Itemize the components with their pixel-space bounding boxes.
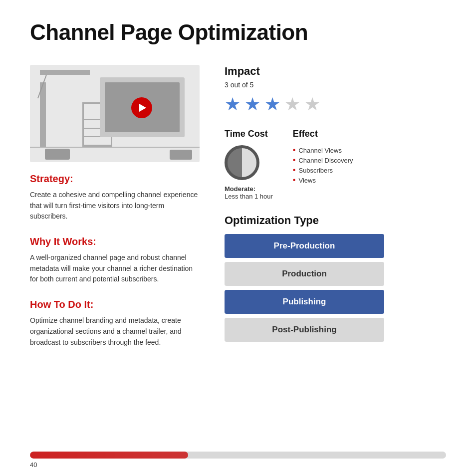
time-cost-icon	[225, 145, 259, 180]
effect-section: Effect Channel Views Channel Discovery S…	[293, 129, 353, 200]
time-cost-label: Moderate: Less than 1 hour	[225, 185, 273, 200]
page-title: Channel Page Optimization	[30, 20, 446, 45]
left-column: Strategy: Create a cohesive and compelli…	[30, 65, 200, 362]
how-text: Optimize channel branding and metadata, …	[30, 315, 200, 348]
star-2: ★	[244, 94, 260, 115]
ground-line	[30, 147, 200, 148]
progress-bar-container	[30, 452, 446, 459]
crane-body	[40, 82, 46, 147]
star-4: ★	[284, 94, 300, 115]
metrics-row: Time Cost Moderate: Less than 1 hour Eff…	[225, 129, 446, 200]
effect-item-views: Views	[293, 175, 353, 185]
opt-btn-post-publishing[interactable]: Post-Publishing	[225, 318, 384, 342]
opt-btn-publishing[interactable]: Publishing	[225, 290, 384, 314]
progress-bar-fill	[30, 452, 188, 459]
time-cost-title: Time Cost	[225, 129, 273, 139]
star-1: ★	[225, 94, 240, 115]
optimization-section: Optimization Type Pre-Production Product…	[225, 214, 446, 342]
crane-arm	[40, 70, 90, 75]
play-button-icon	[131, 97, 152, 118]
content-area: Strategy: Create a cohesive and compelli…	[30, 65, 446, 362]
optimization-title: Optimization Type	[225, 214, 446, 227]
hero-image	[30, 65, 200, 162]
effect-item-channel-views: Channel Views	[293, 145, 353, 155]
why-heading: Why It Works:	[30, 236, 200, 247]
time-cost-bold: Moderate:	[225, 185, 255, 193]
why-text: A well-organized channel page and robust…	[30, 252, 200, 285]
impact-title: Impact	[225, 65, 446, 78]
effect-item-subscribers: Subscribers	[293, 165, 353, 175]
optimization-buttons: Pre-Production Production Publishing Pos…	[225, 234, 384, 342]
scaffold-line	[84, 145, 111, 146]
time-cost-section: Time Cost Moderate: Less than 1 hour	[225, 129, 273, 200]
page-number: 40	[30, 461, 37, 469]
vehicle-right-icon	[170, 150, 192, 160]
impact-section: Impact 3 out of 5 ★ ★ ★ ★ ★	[225, 65, 446, 115]
stars-row: ★ ★ ★ ★ ★	[225, 94, 446, 115]
vehicle-left-icon	[45, 149, 70, 160]
opt-btn-pre-production[interactable]: Pre-Production	[225, 234, 384, 258]
strategy-heading: Strategy:	[30, 173, 200, 185]
right-column: Impact 3 out of 5 ★ ★ ★ ★ ★ Time Cost Mo…	[225, 65, 446, 362]
strategy-text: Create a cohesive and compelling channel…	[30, 190, 200, 222]
impact-score: 3 out of 5	[225, 81, 446, 89]
effect-list: Channel Views Channel Discovery Subscrib…	[293, 145, 353, 185]
star-5: ★	[304, 94, 320, 115]
time-cost-text: Less than 1 hour	[225, 193, 273, 200]
play-triangle-icon	[139, 104, 146, 112]
how-heading: How To Do It:	[30, 299, 200, 310]
opt-btn-production[interactable]: Production	[225, 262, 384, 286]
effect-title: Effect	[293, 129, 353, 139]
effect-item-channel-discovery: Channel Discovery	[293, 155, 353, 165]
star-3: ★	[264, 94, 280, 115]
